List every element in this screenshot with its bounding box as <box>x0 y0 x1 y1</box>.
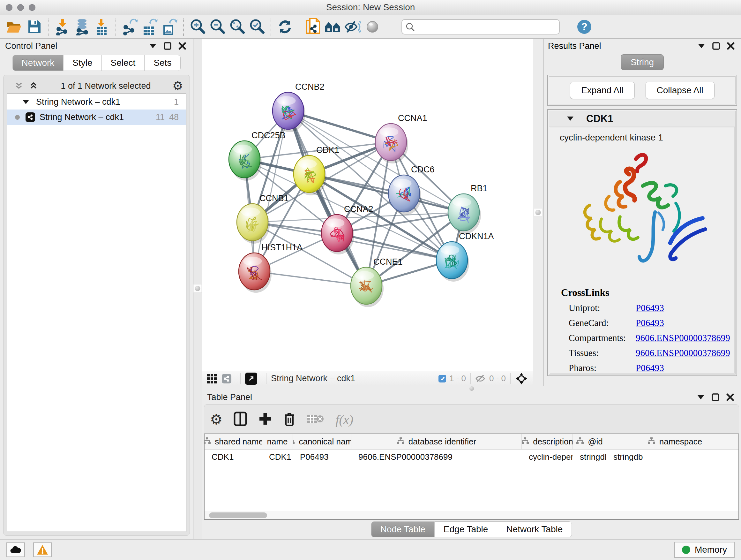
table-cell[interactable]: CDK1 <box>262 452 293 462</box>
sphere-button[interactable] <box>362 17 382 37</box>
network-node-RB1[interactable] <box>448 194 481 234</box>
table-cell[interactable]: CDK1 <box>205 452 262 462</box>
grid-view-button[interactable] <box>206 373 217 384</box>
warnings-button[interactable] <box>33 543 52 557</box>
function-builder-button[interactable]: f(x) <box>335 412 353 427</box>
splitter-handle[interactable] <box>468 386 475 391</box>
table-settings-button[interactable]: ⚙ <box>210 413 222 427</box>
tab-select[interactable]: Select <box>102 55 145 71</box>
table-horizontal-scrollbar[interactable] <box>205 511 738 519</box>
panel-menu-button[interactable] <box>147 40 158 52</box>
crosslink-link[interactable]: P06493 <box>636 363 664 373</box>
import-network-database-button[interactable] <box>72 17 92 37</box>
network-node-CCNE1[interactable] <box>351 267 384 307</box>
column-header-namespace[interactable]: namespace <box>606 434 739 449</box>
table-cell[interactable]: stringdb <box>606 452 738 462</box>
birdseye-view-button[interactable] <box>245 373 262 385</box>
gear-icon[interactable]: ⚙ <box>172 80 183 92</box>
panel-menu-button[interactable] <box>696 40 707 52</box>
node-entry-header[interactable]: CDK1 <box>549 111 735 126</box>
collapse-entry-icon[interactable] <box>567 117 574 121</box>
column-header-name[interactable]: name <box>262 434 293 449</box>
network-row[interactable]: String Network – cdk1 11 48 <box>7 110 186 125</box>
table-cell[interactable]: 9606.ENSP00000378699 <box>351 452 522 462</box>
show-columns-button[interactable] <box>233 411 247 428</box>
export-image-button[interactable] <box>159 17 179 37</box>
export-network-button[interactable] <box>120 17 140 37</box>
tab-network[interactable]: Network <box>12 55 64 71</box>
column-header--id[interactable]: @id <box>573 434 606 449</box>
tab-network-table[interactable]: Network Table <box>497 521 572 537</box>
table-panel-splitter[interactable] <box>202 386 741 391</box>
network-node-CCNA1[interactable] <box>375 124 408 164</box>
zoom-out-button[interactable] <box>207 17 227 37</box>
network-node-CCNB2[interactable] <box>273 92 306 132</box>
network-edge[interactable] <box>309 174 464 212</box>
splitter-handle[interactable] <box>534 208 542 217</box>
network-graph[interactable]: CCNB2CCNA1CDC25BCDK1CDC6RB1CCNB1CCNA2CDK… <box>202 39 533 371</box>
tab-string[interactable]: String <box>621 54 664 70</box>
collapse-all-networks-button[interactable] <box>13 80 24 91</box>
close-panel-button[interactable] <box>724 391 736 403</box>
fit-content-button[interactable] <box>515 372 528 385</box>
zoom-selected-button[interactable] <box>247 17 267 37</box>
save-session-button[interactable] <box>24 17 44 37</box>
zoom-fit-button[interactable] <box>227 17 247 37</box>
crosslink-link[interactable]: P06493 <box>636 303 664 313</box>
search-input[interactable] <box>415 20 556 33</box>
table-cell[interactable]: cyclin-dependent ... <box>522 452 573 462</box>
network-node-CDC6[interactable] <box>388 175 421 215</box>
network-node-CDKN1A[interactable] <box>436 242 469 282</box>
panel-menu-button[interactable] <box>695 391 706 403</box>
column-header-description[interactable]: description <box>522 434 573 449</box>
float-panel-button[interactable] <box>710 391 721 403</box>
delete-column-button[interactable] <box>283 411 296 428</box>
tab-node-table[interactable]: Node Table <box>371 521 434 537</box>
crosslink-link[interactable]: 9606.ENSP00000378699 <box>636 348 730 358</box>
network-node-CDC25B[interactable] <box>229 141 262 181</box>
enhanced-graphics-toggle-button[interactable] <box>343 17 362 37</box>
export-table-button[interactable] <box>140 17 159 37</box>
tree-expand-icon[interactable] <box>23 100 29 104</box>
table-cell[interactable]: stringdb:9... <box>573 452 606 462</box>
zoom-in-button[interactable] <box>188 17 207 37</box>
tab-edge-table[interactable]: Edge Table <box>434 521 497 537</box>
results-panel-splitter[interactable] <box>533 39 543 386</box>
splitter-handle[interactable] <box>193 284 202 293</box>
open-file-button[interactable] <box>4 17 24 37</box>
network-node-CCNA2[interactable] <box>321 214 354 254</box>
crosslink-link[interactable]: 9606.ENSP00000378699 <box>636 333 730 343</box>
selected-nodes-edges[interactable]: 1 - 0 <box>439 374 466 383</box>
network-node-CDK1[interactable] <box>293 155 327 195</box>
table-row[interactable]: CDK1CDK1P064939606.ENSP00000378699cyclin… <box>205 449 738 464</box>
memory-button[interactable]: Memory <box>674 542 735 558</box>
network-style-button[interactable] <box>222 374 236 383</box>
create-column-button[interactable] <box>258 412 272 427</box>
tab-style[interactable]: Style <box>64 55 102 71</box>
hidden-nodes-edges[interactable]: 0 - 0 <box>475 374 506 383</box>
network-node-CCNB1[interactable] <box>237 204 270 244</box>
apply-layout-button[interactable] <box>275 17 295 37</box>
expand-all-networks-button[interactable] <box>28 80 39 91</box>
network-canvas[interactable]: CCNB2CCNA1CDC25BCDK1CDC6RB1CCNB1CCNA2CDK… <box>202 39 533 371</box>
column-header-canonical-name[interactable]: canonical name <box>293 434 351 449</box>
network-edge[interactable] <box>288 111 366 286</box>
control-panel-splitter[interactable] <box>193 39 202 539</box>
float-panel-button[interactable] <box>162 40 173 52</box>
import-network-file-button[interactable] <box>52 17 72 37</box>
expand-all-button[interactable]: Expand All <box>570 82 634 99</box>
cloud-status-button[interactable] <box>6 543 25 557</box>
import-table-file-button[interactable] <box>92 17 112 37</box>
table-cell[interactable]: P06493 <box>293 452 351 462</box>
scrollbar-thumb[interactable] <box>209 512 267 518</box>
float-panel-button[interactable] <box>711 40 722 52</box>
network-from-document-button[interactable] <box>303 17 323 37</box>
tab-sets[interactable]: Sets <box>145 55 181 71</box>
network-node-HIST1H1A[interactable] <box>239 253 272 293</box>
close-panel-button[interactable] <box>177 40 188 52</box>
column-header-database-identifier[interactable]: database identifier <box>351 434 522 449</box>
close-panel-button[interactable] <box>725 40 737 52</box>
network-collection-row[interactable]: String Network – cdk1 1 <box>7 94 186 110</box>
crosslink-link[interactable]: P06493 <box>636 318 664 328</box>
collapse-all-button[interactable]: Collapse All <box>646 82 715 99</box>
